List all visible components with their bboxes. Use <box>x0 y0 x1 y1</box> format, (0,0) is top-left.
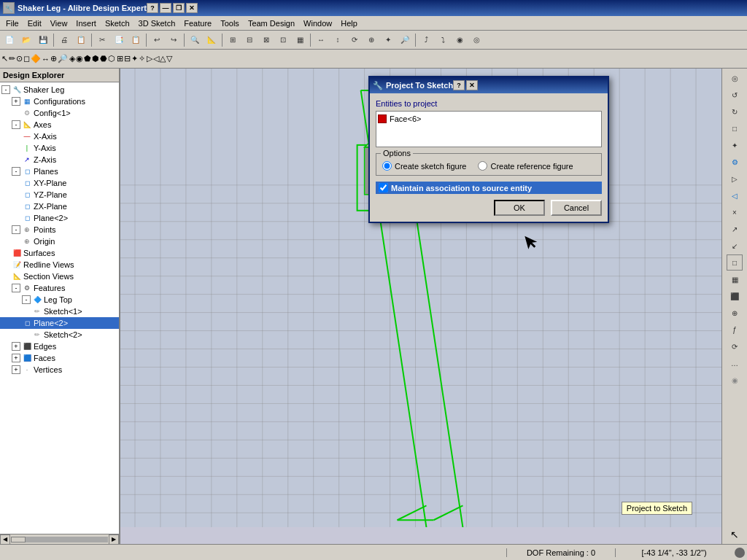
close-btn[interactable]: ✕ <box>186 3 198 13</box>
tb2-zoom2[interactable]: 🔎 <box>58 54 68 63</box>
menu-edit[interactable]: Edit <box>23 18 46 29</box>
rp-btn-arrow-right[interactable]: ▷ <box>727 171 743 187</box>
tb-copy[interactable]: 📑 <box>111 32 127 48</box>
tree-item-section-views[interactable]: 📐 Section Views <box>0 271 119 282</box>
tree-item-axes[interactable]: - 📐 Axes <box>0 119 119 131</box>
tb2-btn3[interactable]: ⬟ <box>84 54 91 63</box>
menu-3dsketch[interactable]: 3D Sketch <box>134 18 180 29</box>
tb-btn13[interactable]: ⤵ <box>435 32 451 48</box>
tb-btn6[interactable]: ↔ <box>313 32 329 48</box>
tree-item-y-axis[interactable]: | Y-Axis <box>0 142 119 154</box>
tb-undo[interactable]: ↩ <box>149 32 165 48</box>
expand-edges[interactable]: + <box>12 342 20 351</box>
tree-item-sketch1[interactable]: ✏ Sketch<1> <box>0 306 119 317</box>
tb-btn5[interactable]: ▦ <box>292 32 308 48</box>
menu-feature[interactable]: Feature <box>179 18 216 29</box>
radio-create-reference[interactable]: Create reference figure <box>478 161 573 171</box>
tree-item-config1[interactable]: ⚙ Config<1> <box>0 107 119 119</box>
tb-btn2[interactable]: ⊟ <box>241 32 258 48</box>
radio-sketch-input[interactable] <box>382 161 392 171</box>
tb-btn1[interactable]: ⊞ <box>225 32 241 48</box>
tb-preview[interactable]: 📋 <box>73 32 89 48</box>
rp-btn-fn[interactable]: ƒ <box>727 322 743 338</box>
tb2-btn8[interactable]: ⊟ <box>124 54 131 63</box>
tb2-btn7[interactable]: ⊞ <box>117 54 123 63</box>
rp-btn-star[interactable]: ✦ <box>727 137 743 153</box>
tb2-btn14[interactable]: ▽ <box>166 54 172 63</box>
tb2-circle[interactable]: ⊙ <box>16 54 23 63</box>
tb-btn7[interactable]: ↕ <box>330 32 346 48</box>
menu-tools[interactable]: Tools <box>216 18 244 29</box>
tb-btn11[interactable]: 🔎 <box>397 32 413 48</box>
expand-axes[interactable]: - <box>12 120 20 129</box>
rp-btn-undo[interactable]: ↺ <box>727 87 743 103</box>
tb-btn12[interactable]: ⤴ <box>418 32 434 48</box>
rp-btn-grid[interactable]: ▦ <box>727 271 743 287</box>
rp-btn-rect[interactable]: □ <box>727 120 743 136</box>
rp-btn-gear[interactable]: ⚙ <box>727 154 743 170</box>
tb2-select[interactable]: ↖ <box>1 54 8 63</box>
tb2-btn6[interactable]: ⬡ <box>108 54 115 63</box>
tb2-btn12[interactable]: ◁ <box>153 54 159 63</box>
rp-btn-circle[interactable]: ◉ <box>727 372 743 388</box>
tb2-btn9[interactable]: ✦ <box>131 54 138 63</box>
minimize-btn[interactable]: — <box>160 3 171 13</box>
tb2-btn5[interactable]: ⬣ <box>100 54 107 63</box>
rp-btn-more[interactable]: … <box>727 355 743 371</box>
tb2-poly[interactable]: 🔶 <box>31 54 41 63</box>
menu-insert[interactable]: Insert <box>71 18 101 29</box>
tb-open[interactable]: 📂 <box>18 32 34 48</box>
tree-item-plane2[interactable]: ◻ Plane<2> <box>0 212 119 224</box>
viewport[interactable]: 🔧 Project To Sketch ? ✕ Entities to proj… <box>120 69 721 544</box>
tb2-btn11[interactable]: ▷ <box>147 54 152 63</box>
rp-btn-cross[interactable]: × <box>727 204 743 220</box>
rp-btn-redo[interactable]: ↻ <box>727 104 743 120</box>
cancel-button[interactable]: Cancel <box>551 200 602 216</box>
menu-window[interactable]: Window <box>299 18 336 29</box>
tb-print[interactable]: 🖨 <box>56 32 72 48</box>
tb-btn15[interactable]: ◎ <box>468 32 484 48</box>
tree-item-shaker-leg[interactable]: - 🔧 Shaker Leg <box>0 84 119 96</box>
tb2-edit[interactable]: ✏ <box>9 54 15 63</box>
tree-item-plane2b[interactable]: ◻ Plane<2> <box>0 317 119 329</box>
tb-btn14[interactable]: ◉ <box>452 32 468 48</box>
tb-measure[interactable]: 📐 <box>204 32 220 48</box>
rp-btn-rotate[interactable]: ◎ <box>727 70 743 86</box>
rp-btn-plus[interactable]: ⊕ <box>727 305 743 321</box>
tb2-constraint[interactable]: ⊕ <box>50 54 57 63</box>
menu-help[interactable]: Help <box>336 18 362 29</box>
dialog-help-btn[interactable]: ? <box>453 80 465 90</box>
menu-file[interactable]: File <box>1 18 23 29</box>
tb-btn9[interactable]: ⊕ <box>363 32 379 48</box>
tree-item-features[interactable]: - ⚙ Features <box>0 282 119 294</box>
expand-features[interactable]: - <box>12 284 20 292</box>
tree-item-origin[interactable]: ⊕ Origin <box>0 236 119 247</box>
scroll-right-btn[interactable]: ▶ <box>109 534 119 545</box>
expand-leg-top[interactable]: - <box>22 295 31 304</box>
tb2-btn13[interactable]: △ <box>160 54 166 63</box>
tree-item-vertices[interactable]: + · Vertices <box>0 364 119 376</box>
expand-points[interactable]: - <box>12 225 20 234</box>
tb2-dim[interactable]: ↔ <box>42 55 50 63</box>
help-btn[interactable]: ? <box>147 3 158 13</box>
tree-item-configurations[interactable]: + ▦ Configurations <box>0 96 119 107</box>
tb2-rect[interactable]: ◻ <box>23 54 30 63</box>
expand-vertices[interactable]: + <box>12 365 20 374</box>
tb-btn4[interactable]: ⊡ <box>275 32 291 48</box>
menu-view[interactable]: View <box>46 18 72 29</box>
scroll-left-btn[interactable]: ◀ <box>0 534 10 545</box>
tb2-btn10[interactable]: ✧ <box>139 54 145 63</box>
tb-btn3[interactable]: ⊠ <box>258 32 274 48</box>
tree-item-faces[interactable]: + 🟦 Faces <box>0 352 119 364</box>
scroll-thumb[interactable] <box>11 537 26 542</box>
rp-btn-refresh[interactable]: ⟳ <box>727 338 743 354</box>
rp-btn-arrow-left[interactable]: ◁ <box>727 187 743 203</box>
rp-btn-fill[interactable]: ⬛ <box>727 288 743 304</box>
radio-reference-input[interactable] <box>478 161 487 171</box>
rp-btn-diag[interactable]: ↗ <box>727 221 743 237</box>
tree-item-zx-plane[interactable]: ◻ ZX-Plane <box>0 201 119 212</box>
tb-redo[interactable]: ↪ <box>166 32 182 48</box>
tree-item-z-axis[interactable]: ↗ Z-Axis <box>0 154 119 166</box>
expand-faces[interactable]: + <box>12 354 20 362</box>
tb-zoom[interactable]: 🔍 <box>187 32 203 48</box>
